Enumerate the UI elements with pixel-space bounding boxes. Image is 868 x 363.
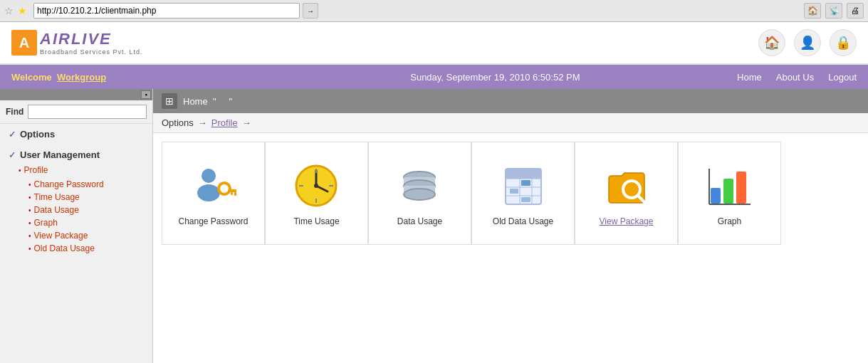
- logo-box: A: [11, 30, 37, 56]
- card-time-usage[interactable]: Time Usage: [265, 142, 368, 245]
- logo-area: A AIRLIVE Broadband Services Pvt. Ltd.: [11, 30, 143, 56]
- view-package-bullet: •: [28, 232, 31, 240]
- header-user-btn[interactable]: 👤: [794, 29, 821, 56]
- content-area: ⊞ Home " " Options → Profile →: [153, 89, 868, 363]
- svg-point-2: [219, 183, 230, 194]
- graph-card-label: Graph: [718, 216, 741, 226]
- icon-grid: Change Password: [153, 133, 868, 253]
- svg-rect-3: [228, 189, 236, 192]
- svg-rect-32: [723, 179, 733, 204]
- url-input[interactable]: [33, 3, 300, 19]
- card-view-package[interactable]: View Package: [575, 142, 678, 245]
- usermgmt-label: User Management: [20, 149, 100, 160]
- nav-logout-link[interactable]: Logout: [828, 72, 857, 83]
- old-data-usage-label: Old Data Usage: [34, 243, 95, 253]
- card-old-data-usage[interactable]: Old Data Usage: [471, 142, 575, 245]
- card-graph[interactable]: Graph: [678, 142, 781, 245]
- nav-welcome: Welcome Workgroup: [11, 72, 253, 83]
- svg-point-18: [404, 189, 435, 200]
- home-toolbar-btn[interactable]: 🏠: [804, 3, 821, 19]
- find-input[interactable]: [28, 105, 147, 119]
- data-usage-icon: [394, 161, 446, 212]
- sidebar-item-options[interactable]: ✓ Options: [0, 127, 152, 142]
- fwd-star-icon[interactable]: ★: [18, 5, 29, 16]
- breadcrumb-arrow1: →: [198, 117, 207, 128]
- svg-rect-28: [521, 197, 530, 202]
- change-password-label: Change Password: [34, 179, 104, 189]
- breadcrumb-arrow2: →: [242, 117, 251, 128]
- find-label: Find: [6, 107, 23, 117]
- content-home-text: Home " ": [183, 96, 232, 107]
- change-password-bullet: •: [28, 181, 31, 189]
- sidebar-collapse-btn[interactable]: ▪: [141, 90, 151, 99]
- graph-bullet: •: [28, 219, 31, 227]
- svg-rect-27: [510, 189, 518, 194]
- data-usage-bullet: •: [28, 206, 31, 214]
- nav-links: Home About Us Logout: [737, 72, 857, 83]
- options-check-icon: ✓: [9, 130, 17, 140]
- sidebar-item-time-usage[interactable]: • Time Usage: [26, 191, 127, 204]
- logo-letter: A: [19, 35, 29, 51]
- svg-rect-5: [231, 192, 233, 195]
- sidebar-item-profile[interactable]: • Profile: [16, 164, 137, 177]
- sidebar-item-data-usage[interactable]: • Data Usage: [26, 204, 127, 216]
- bookmark-icons: ☆ ★: [4, 5, 29, 16]
- sidebar-item-view-package[interactable]: • View Package: [26, 229, 127, 242]
- breadcrumb-options[interactable]: Options: [162, 117, 194, 128]
- view-package-label: View Package: [34, 231, 88, 241]
- browser-toolbar-right: 🏠 📡 🖨: [804, 3, 864, 19]
- old-data-usage-icon: [498, 161, 549, 212]
- sidebar-top-bar: ▪: [0, 89, 152, 100]
- sidebar-options-section: ✓ Options: [0, 124, 152, 144]
- find-row: Find: [0, 100, 152, 124]
- nav-home-link[interactable]: Home: [737, 72, 762, 83]
- header-lock-btn[interactable]: 🔒: [830, 29, 857, 56]
- time-usage-label: Time Usage: [34, 192, 80, 202]
- svg-point-1: [197, 184, 220, 201]
- sidebar-item-change-password[interactable]: • Change Password: [26, 178, 127, 191]
- go-button[interactable]: →: [303, 3, 318, 19]
- data-usage-label: Data Usage: [34, 205, 79, 215]
- address-bar: →: [33, 3, 318, 19]
- header-home-btn[interactable]: 🏠: [758, 29, 785, 56]
- site-header: A AIRLIVE Broadband Services Pvt. Ltd. 🏠…: [0, 22, 868, 65]
- card-data-usage[interactable]: Data Usage: [368, 142, 471, 245]
- svg-rect-20: [506, 169, 541, 179]
- change-password-icon: [188, 161, 239, 212]
- view-package-card-label[interactable]: View Package: [600, 216, 654, 226]
- rss-toolbar-btn[interactable]: 📡: [825, 3, 842, 19]
- svg-rect-4: [234, 192, 236, 196]
- logo-text: AIRLIVE Broadband Services Pvt. Ltd.: [40, 30, 143, 56]
- time-usage-card-label: Time Usage: [293, 216, 339, 226]
- change-password-card-label: Change Password: [178, 216, 248, 226]
- main-layout: ▪ Find ✓ Options ✓ User Management: [0, 89, 868, 363]
- usermgmt-check-icon: ✓: [9, 150, 17, 160]
- svg-rect-26: [521, 180, 530, 186]
- sidebar-sub-sub: • Change Password • Time Usage • Data Us…: [16, 177, 137, 256]
- graph-label: Graph: [34, 218, 58, 228]
- graph-icon: [704, 161, 755, 212]
- back-star-icon[interactable]: ☆: [4, 5, 16, 16]
- sidebar-item-old-data-usage[interactable]: • Old Data Usage: [26, 242, 127, 255]
- options-label: Options: [20, 129, 55, 140]
- profile-label: Profile: [24, 165, 48, 175]
- svg-rect-31: [711, 188, 721, 204]
- breadcrumb-profile[interactable]: Profile: [211, 117, 238, 128]
- old-data-usage-card-label: Old Data Usage: [493, 216, 553, 226]
- print-toolbar-btn[interactable]: 🖨: [847, 3, 864, 19]
- page: A AIRLIVE Broadband Services Pvt. Ltd. 🏠…: [0, 22, 868, 363]
- sidebar-sub-items: • Profile • Change Password • Time Usage: [0, 162, 152, 258]
- sidebar: ▪ Find ✓ Options ✓ User Management: [0, 89, 153, 363]
- nav-about-link[interactable]: About Us: [776, 72, 814, 83]
- header-icons: 🏠 👤 🔒: [758, 29, 857, 56]
- card-change-password[interactable]: Change Password: [162, 142, 265, 245]
- browser-chrome: ☆ ★ → 🏠 📡 🖨: [0, 0, 868, 22]
- sidebar-item-graph[interactable]: • Graph: [26, 216, 127, 229]
- svg-point-0: [202, 169, 216, 183]
- welcome-text: Welcome: [11, 72, 52, 83]
- nav-datetime: Sunday, September 19, 2010 6:50:52 PM: [253, 72, 737, 83]
- sidebar-item-usermgmt[interactable]: ✓ User Management: [0, 147, 152, 162]
- content-header: ⊞ Home " ": [153, 89, 868, 113]
- breadcrumb: Options → Profile →: [153, 113, 868, 133]
- brand-sub: Broadband Services Pvt. Ltd.: [40, 48, 143, 56]
